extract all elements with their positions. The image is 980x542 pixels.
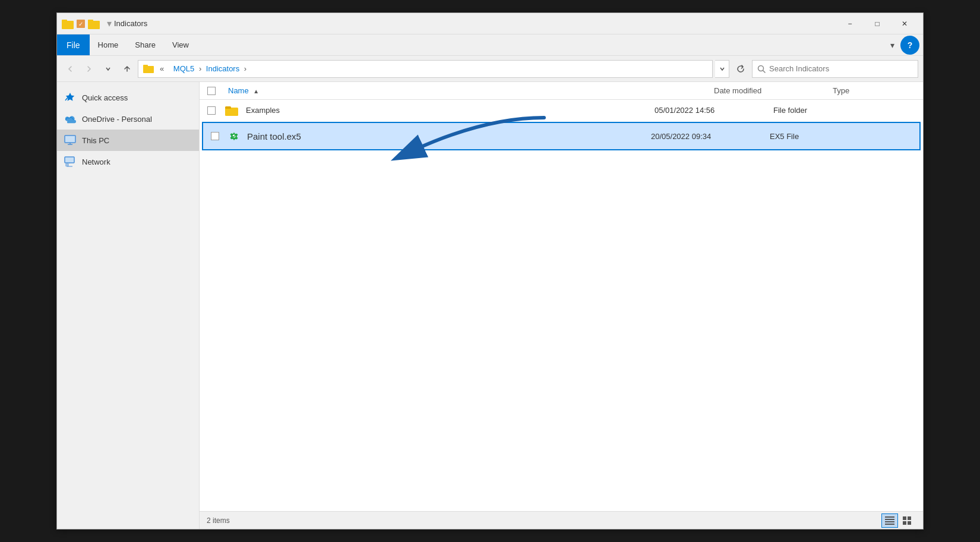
address-dropdown-button[interactable] [715, 60, 729, 78]
checkbox-examples[interactable] [207, 106, 216, 115]
menu-chevron[interactable]: ▾ [884, 34, 900, 55]
select-all-checkbox[interactable] [207, 87, 216, 95]
sidebar-label-onedrive: OneDrive - Personal [82, 115, 152, 124]
svg-rect-21 [885, 524, 894, 525]
file-list: Examples 05/01/2022 14:56 File folder [200, 100, 923, 511]
items-count: 2 items [207, 516, 230, 525]
search-input[interactable] [769, 64, 913, 73]
title-bar-controls: − □ ✕ [836, 14, 918, 33]
menu-help-button[interactable]: ? [900, 36, 919, 55]
up-icon [124, 65, 131, 73]
up-button[interactable] [119, 61, 135, 77]
title-folder2-icon [88, 18, 100, 29]
refresh-icon [736, 64, 745, 74]
back-button[interactable] [62, 61, 78, 77]
title-bar: ✓ ▾ Indicators − □ ✕ [57, 13, 923, 34]
menu-bar: File Home Share View ▾ ? [57, 34, 923, 56]
menu-share[interactable]: Share [127, 34, 164, 55]
view-large-icons-button[interactable] [899, 513, 916, 528]
file-name-paint: Paint tool.ex5 [245, 131, 646, 141]
maximize-button[interactable]: □ [864, 14, 891, 33]
folder-icon-examples [223, 102, 240, 119]
recent-locations-button[interactable] [100, 61, 116, 77]
sidebar-label-thispc: This PC [82, 136, 109, 145]
svg-rect-4 [88, 21, 100, 29]
file-check-paint[interactable] [203, 132, 227, 140]
file-type-examples: File folder [769, 106, 864, 115]
search-icon [757, 65, 766, 73]
title-bar-icons: ✓ [62, 18, 100, 29]
minimize-button[interactable]: − [836, 14, 864, 33]
svg-rect-15 [225, 106, 231, 109]
path-indicators[interactable]: Indicators [206, 64, 239, 73]
star-icon [64, 92, 76, 103]
menu-home[interactable]: Home [90, 34, 127, 55]
path-arrow1: › [197, 64, 204, 73]
svg-rect-1 [62, 20, 67, 22]
svg-text:✓: ✓ [78, 21, 83, 27]
quick-access-icon [65, 92, 75, 103]
content-area: Name ▲ Date modified Type [200, 82, 923, 529]
svg-rect-19 [885, 519, 894, 520]
path-folder-icon [143, 64, 154, 74]
col-date-header[interactable]: Date modified [709, 86, 828, 95]
view-details-button[interactable] [881, 513, 898, 528]
menu-view[interactable]: View [164, 34, 197, 55]
checkbox-paint[interactable] [211, 132, 219, 140]
refresh-button[interactable] [732, 60, 750, 78]
svg-line-10 [65, 97, 68, 100]
svg-rect-5 [88, 20, 93, 22]
title-folder-icon [62, 18, 74, 29]
col-date-label: Date modified [714, 86, 761, 95]
menu-file[interactable]: File [57, 34, 90, 55]
sort-arrow-icon: ▲ [253, 88, 259, 94]
svg-rect-20 [885, 521, 894, 522]
svg-rect-14 [225, 108, 238, 116]
svg-rect-26 [908, 521, 911, 525]
col-type-header[interactable]: Type [828, 86, 923, 95]
ex5-icon-paint [227, 129, 241, 143]
address-path[interactable]: « MQL5 › Indicators › [138, 60, 713, 78]
sidebar-item-onedrive[interactable]: OneDrive - Personal [57, 108, 199, 130]
thispc-icon [64, 135, 76, 146]
status-bar: 2 items [200, 511, 923, 529]
back-icon [67, 65, 74, 73]
title-pin-icon: ✓ [76, 19, 86, 29]
path-arrow2: › [242, 64, 246, 73]
dropdown-icon [105, 66, 111, 72]
cloud-icon [64, 113, 76, 125]
details-view-icon [885, 516, 894, 525]
main-area: Quick access OneDrive - Personal [57, 82, 923, 529]
view-buttons [881, 513, 916, 528]
path-mql5[interactable]: MQL5 [173, 64, 194, 73]
examples-folder-icon [225, 105, 238, 116]
address-path-sep-space [169, 64, 171, 73]
file-explorer-window: ✓ ▾ Indicators − □ ✕ File Home Share Vie… [56, 12, 924, 530]
svg-rect-22 [886, 516, 894, 518]
file-date-paint: 20/05/2022 09:34 [646, 132, 765, 141]
monitor-icon [64, 134, 76, 146]
svg-rect-7 [143, 65, 148, 67]
file-check-examples[interactable] [200, 106, 223, 115]
sidebar-label-network: Network [82, 157, 110, 166]
select-all-checkbox-col [200, 87, 223, 95]
sidebar: Quick access OneDrive - Personal [57, 82, 200, 529]
search-box[interactable] [752, 60, 918, 78]
sidebar-item-thispc[interactable]: This PC [57, 130, 199, 151]
file-type-paint: EX5 File [765, 132, 860, 141]
large-icons-view-icon [903, 516, 912, 525]
file-row-examples[interactable]: Examples 05/01/2022 14:56 File folder [200, 100, 923, 121]
file-row-paint-tool[interactable]: Paint tool.ex5 20/05/2022 09:34 EX5 File [202, 122, 921, 150]
file-name-examples: Examples [244, 106, 650, 115]
svg-rect-25 [903, 521, 906, 525]
column-headers: Name ▲ Date modified Type [200, 82, 923, 100]
sidebar-item-quick-access[interactable]: Quick access [57, 87, 199, 108]
forward-button[interactable] [81, 61, 97, 77]
svg-rect-11 [65, 136, 75, 143]
onedrive-icon [64, 114, 76, 124]
sidebar-item-network[interactable]: Network [57, 151, 199, 172]
title-separator: ▾ [107, 18, 112, 29]
col-name-header[interactable]: Name ▲ [223, 86, 709, 95]
close-button[interactable]: ✕ [891, 14, 918, 33]
file-date-examples: 05/01/2022 14:56 [650, 106, 769, 115]
